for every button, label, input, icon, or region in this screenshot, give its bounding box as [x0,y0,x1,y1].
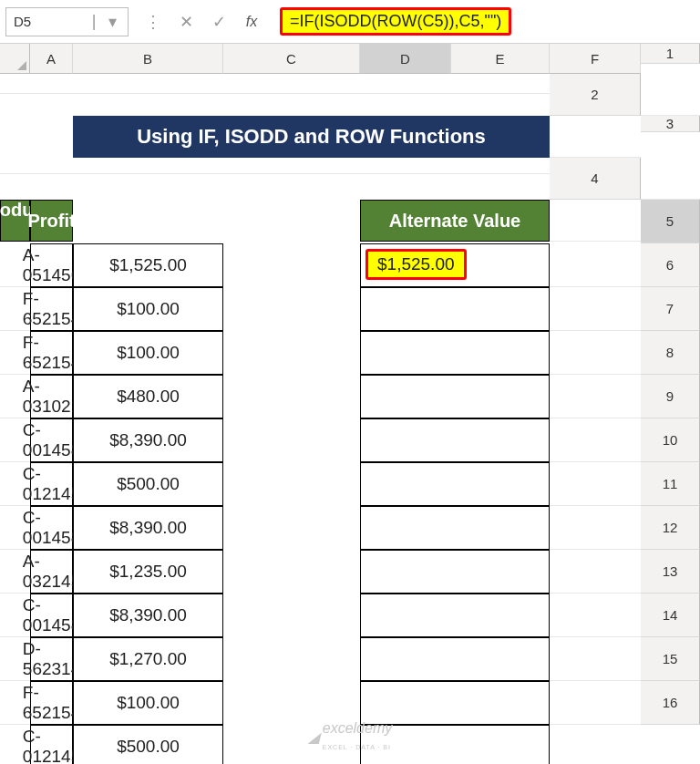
cell[interactable] [550,116,641,158]
row-header[interactable]: 8 [641,331,700,375]
cell[interactable] [360,158,451,174]
table-header-alternate: Alternate Value [360,200,550,242]
name-box[interactable]: D5 | ▾ [5,7,129,36]
table-cell-alt[interactable] [360,462,550,506]
row-header[interactable]: 12 [641,506,700,550]
cell[interactable] [550,243,641,287]
table-cell-pid[interactable]: C-012145 [30,462,73,506]
table-cell-alt[interactable] [360,331,550,375]
cell[interactable] [223,158,360,174]
table-cell-pid[interactable]: F-652154 [30,681,73,725]
row-header[interactable]: 16 [641,681,700,725]
page-title: Using IF, ISODD and ROW Functions [73,116,550,158]
table-cell-alt[interactable] [360,375,550,418]
row-header[interactable]: 10 [641,418,700,462]
table-cell-alt[interactable] [360,550,550,594]
row-header[interactable]: 6 [641,243,700,287]
table-cell-alt[interactable] [360,594,550,637]
row-header[interactable]: 3 [641,116,700,132]
table-cell-profit[interactable]: $8,390.00 [73,594,223,637]
spreadsheet-grid: A B C D E F 1 2 Using IF, ISODD and ROW … [0,44,700,764]
cell[interactable] [550,462,641,506]
cell[interactable] [550,375,641,418]
cell[interactable] [223,74,360,94]
table-cell-profit[interactable]: $500.00 [73,462,223,506]
cell[interactable] [550,200,641,242]
cell[interactable] [550,637,641,681]
table-cell-profit[interactable]: $480.00 [73,375,223,418]
col-header-E[interactable]: E [451,44,550,74]
table-cell-profit[interactable]: $8,390.00 [73,418,223,462]
table-cell-pid[interactable]: C-001458 [30,418,73,462]
table-cell-profit[interactable]: $100.00 [73,287,223,331]
row-header[interactable]: 2 [550,74,641,116]
cell[interactable] [30,158,73,174]
row-header[interactable]: 14 [641,594,700,637]
cell[interactable] [550,550,641,594]
table-cell-profit[interactable]: $100.00 [73,331,223,375]
cell[interactable] [73,74,223,94]
row-header[interactable]: 4 [550,158,641,200]
cell[interactable] [550,681,641,725]
cell[interactable] [641,158,700,200]
table-cell-pid[interactable]: A-051456 [30,243,73,287]
formula-input[interactable]: =IF(ISODD(ROW(C5)),C5,"") [276,7,695,36]
table-cell-alt[interactable] [360,418,550,462]
table-cell-profit[interactable]: $500.00 [73,725,223,764]
table-cell-pid[interactable]: C-001458 [30,506,73,550]
cancel-icon[interactable]: ✕ [178,12,194,32]
table-cell-pid[interactable]: D-562314 [30,637,73,681]
table-cell-alt[interactable] [360,287,550,331]
cell[interactable] [451,158,550,174]
cell[interactable] [550,287,641,331]
row-header[interactable]: 11 [641,462,700,506]
cell[interactable] [550,506,641,550]
table-header-product-id: Product Id [0,200,30,242]
table-cell-pid[interactable]: C-012145 [30,725,73,764]
table-cell-profit[interactable]: $1,270.00 [73,637,223,681]
table-cell-profit[interactable]: $1,525.00 [73,243,223,287]
col-header-A[interactable]: A [30,44,73,74]
col-header-B[interactable]: B [73,44,223,74]
row-header[interactable]: 5 [641,200,700,243]
table-cell-pid[interactable]: A-031021 [30,375,73,418]
vertical-dots-icon: ⋮ [145,12,161,32]
d5-value: $1,525.00 [365,249,467,280]
cell[interactable] [360,74,451,94]
table-cell-alt[interactable] [360,681,550,725]
table-cell-pid[interactable]: F-652154 [30,287,73,331]
table-cell-profit[interactable]: $100.00 [73,681,223,725]
table-header-profit: Profit [30,200,73,242]
table-cell-alt[interactable] [360,725,550,764]
cell[interactable] [550,725,641,764]
table-cell-alt[interactable] [360,506,550,550]
row-header[interactable]: 9 [641,375,700,418]
table-cell-alt[interactable] [360,637,550,681]
col-header-F[interactable]: F [550,44,641,74]
col-header-C[interactable]: C [223,44,360,74]
select-all-corner[interactable] [0,44,30,74]
table-cell-pid[interactable]: C-001458 [30,594,73,637]
table-cell-alt-selected[interactable]: $1,525.00 [360,243,550,287]
cell[interactable] [550,418,641,462]
cell[interactable] [0,158,30,174]
table-cell-pid[interactable]: F-652154 [30,331,73,375]
cell[interactable] [73,158,223,174]
row-header[interactable]: 13 [641,550,700,594]
col-header-D[interactable]: D [360,44,451,74]
table-cell-profit[interactable]: $8,390.00 [73,506,223,550]
cell[interactable] [550,331,641,375]
cell[interactable] [550,594,641,637]
table-cell-profit[interactable]: $1,235.00 [73,550,223,594]
cell[interactable] [641,74,700,116]
cell[interactable] [30,74,73,94]
fx-icon[interactable]: fx [243,14,260,30]
table-cell-pid[interactable]: A-032145 [30,550,73,594]
cell[interactable] [451,74,550,94]
row-header[interactable]: 1 [641,44,700,64]
row-header[interactable]: 15 [641,637,700,681]
chevron-down-icon[interactable]: ▾ [104,12,120,32]
row-header[interactable]: 7 [641,287,700,331]
cell[interactable] [0,74,30,94]
enter-icon[interactable]: ✓ [211,12,227,32]
